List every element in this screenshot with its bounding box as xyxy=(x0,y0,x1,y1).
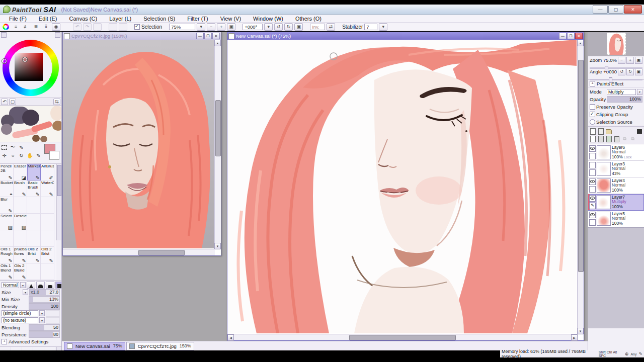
panel-tab-left-icon[interactable] xyxy=(1,32,7,38)
menu-window[interactable]: Window (W) xyxy=(247,16,289,22)
tool-watercolor[interactable]: WaterCo✎ xyxy=(41,180,54,197)
layer-visibility-toggle[interactable] xyxy=(589,145,596,152)
color-scratchpad[interactable] xyxy=(0,106,61,142)
layer-visibility-toggle[interactable] xyxy=(589,178,596,185)
preserve-opacity-checkbox[interactable] xyxy=(590,104,595,110)
tool-pencil[interactable]: Pencil 2B✎ xyxy=(0,164,14,180)
blend-mode-dropdown-arrow[interactable]: ▾ xyxy=(637,89,642,95)
maximize-button[interactable]: ▢ xyxy=(608,5,623,14)
menu-others[interactable]: Others (O) xyxy=(289,16,328,22)
move-tool-icon[interactable]: ✛ xyxy=(1,152,8,159)
merge-down-icon[interactable] xyxy=(598,136,604,142)
undo-button[interactable]: ↶ xyxy=(73,23,82,31)
brush-shape-dome[interactable] xyxy=(36,282,45,289)
canvas-minimize-button[interactable]: — xyxy=(559,33,567,39)
texture-dropdown[interactable]: (no texture) xyxy=(2,317,38,323)
advanced-settings-header[interactable]: + Advanced Settings xyxy=(0,338,61,345)
menu-selection[interactable]: Selection (S) xyxy=(137,16,181,22)
minsize-slider[interactable]: 13% xyxy=(29,296,60,303)
flip-invert-button[interactable]: Inv. xyxy=(310,24,325,30)
reference-window-titlebar[interactable]: CpvYCQCf2Tc.jpg (150%) — ❐ ✕ xyxy=(63,32,221,40)
color-wheel-toggle[interactable] xyxy=(2,23,10,31)
brush-shape-dropdown-arrow[interactable]: ▾ xyxy=(39,310,45,316)
size-preset[interactable]: 1 xyxy=(22,347,33,350)
eye-preview-button[interactable]: ◉ xyxy=(52,23,60,31)
unlink-layer-icon[interactable]: ⧉ xyxy=(630,136,636,142)
reference-close-button[interactable]: ✕ xyxy=(212,33,220,39)
tool-marker[interactable]: Marker✎ xyxy=(27,164,41,180)
layer-mask-icon[interactable] xyxy=(636,129,642,135)
canvas-close-button[interactable]: ✕ xyxy=(575,33,583,39)
tool-prueba-flores[interactable]: prueba flores✎ xyxy=(14,247,27,263)
shape-strength-slider[interactable] xyxy=(46,310,60,317)
edge-mode-dropdown[interactable]: Normal xyxy=(2,282,19,288)
size-grid-scrollbar[interactable] xyxy=(56,347,61,350)
menu-view[interactable]: View (V) xyxy=(214,16,247,22)
zoom-out-button[interactable]: − xyxy=(207,23,215,31)
redo-button[interactable]: ↷ xyxy=(83,23,92,31)
scratch-swap-button[interactable]: ⇆ xyxy=(53,99,60,105)
view-layout-1-button[interactable]: ≡ xyxy=(12,23,20,31)
size-unit-button[interactable]: ▾ xyxy=(23,289,28,295)
blending-slider[interactable]: 50 xyxy=(29,324,60,331)
hue-marker[interactable] xyxy=(2,59,7,63)
paints-effect-header[interactable]: + Paints Effect xyxy=(588,80,644,88)
tab-reference-jpg[interactable]: CpvYCQCf2Tc.jpg 150% xyxy=(126,342,194,350)
nav-zoom-reset-button[interactable]: ▣ xyxy=(635,57,642,64)
nav-zoom-out-button[interactable]: − xyxy=(618,57,625,64)
clipping-group-checkbox[interactable] xyxy=(590,112,595,117)
edge-mode-dropdown-arrow[interactable]: ▾ xyxy=(20,282,26,288)
nav-zoom-slider[interactable] xyxy=(590,67,642,69)
texture-dropdown-arrow[interactable]: ▾ xyxy=(39,317,45,323)
tool-airbrush[interactable]: AirBrush✐ xyxy=(41,164,54,180)
layer-paint-indicator[interactable]: ✎ xyxy=(589,203,596,209)
angle-reset-button[interactable]: ▣ xyxy=(294,23,303,31)
tool-basic-brush[interactable]: Basic Brush✎ xyxy=(27,180,41,197)
tool-bucket[interactable]: Bucket◓ xyxy=(0,180,14,197)
eyedropper-icon[interactable]: ✎ xyxy=(35,152,42,159)
advanced-settings-expander-icon[interactable]: + xyxy=(2,339,7,344)
tool-select[interactable]: Select▨ xyxy=(0,214,14,230)
background-color-swatch[interactable] xyxy=(49,151,59,160)
layer-extra-toggle[interactable] xyxy=(589,153,596,159)
link-layer-icon[interactable]: ⧉ xyxy=(622,136,628,142)
scratch-clear-button[interactable]: ▢ xyxy=(9,99,16,105)
paints-effect-expander-icon[interactable]: + xyxy=(590,81,595,86)
menu-canvas[interactable]: Canvas (C) xyxy=(63,16,104,22)
minimize-button[interactable]: — xyxy=(593,5,608,14)
tool-deselect[interactable]: Deselect▨ xyxy=(14,214,27,230)
tool-oils2-brist-a[interactable]: Oils 2 Brist✎ xyxy=(27,247,41,263)
reference-window[interactable]: CpvYCQCf2Tc.jpg (150%) — ❐ ✕ xyxy=(62,32,221,256)
deselect-button[interactable] xyxy=(109,23,117,31)
zoom-tool-icon[interactable]: ○ xyxy=(10,152,16,159)
canvas-maximize-button[interactable]: ❐ xyxy=(567,33,575,39)
close-button[interactable]: ✕ xyxy=(624,5,642,14)
reference-vertical-scrollbar[interactable]: ▲ ▼ xyxy=(214,40,221,249)
stabilizer-dropdown-button[interactable]: ▾ xyxy=(379,23,387,31)
nav-rotate-cw-button[interactable]: ↻ xyxy=(626,68,634,75)
nav-zoom-in-button[interactable]: ＋ xyxy=(626,57,634,64)
menu-edit[interactable]: Edit (E) xyxy=(33,16,63,22)
zoom-in-button[interactable]: ＋ xyxy=(217,23,225,31)
canvas-window[interactable]: New Canvas.sai (*) (75%) — ❐ ✕ xyxy=(227,32,584,341)
layer-visibility-toggle[interactable] xyxy=(589,195,596,202)
new-layer-set-icon[interactable] xyxy=(606,129,612,135)
blend-mode-dropdown[interactable]: Multiply xyxy=(607,89,636,95)
nav-angle-reset-button[interactable]: ▣ xyxy=(635,68,642,75)
size-preset[interactable]: 1.5 xyxy=(33,347,44,350)
angle-dropdown-button[interactable]: ▾ xyxy=(264,23,273,31)
panel-tab-right-icon[interactable] xyxy=(55,32,60,38)
brush-shape-flat[interactable] xyxy=(46,282,54,289)
opacity-slider[interactable]: 100% xyxy=(607,96,642,103)
menu-file[interactable]: File (F) xyxy=(3,16,33,22)
tool-oils1-blend[interactable]: Oils 1 Blend✎ xyxy=(0,263,14,280)
layer-visibility-toggle[interactable] xyxy=(589,212,596,218)
new-layer-icon[interactable] xyxy=(590,129,596,135)
selection-source-radio[interactable] xyxy=(590,119,595,125)
layer-row-layer5[interactable]: Layer5 Normal 100% xyxy=(588,211,644,227)
reference-maximize-button[interactable]: ❐ xyxy=(204,33,212,39)
reference-minimize-button[interactable]: — xyxy=(196,33,204,39)
canvas-horizontal-scrollbar[interactable]: ◀ ▶ xyxy=(227,334,578,340)
layer-row-layer6[interactable]: Layer6 Normal 100%Lock xyxy=(588,144,644,161)
history-button[interactable] xyxy=(93,23,102,31)
